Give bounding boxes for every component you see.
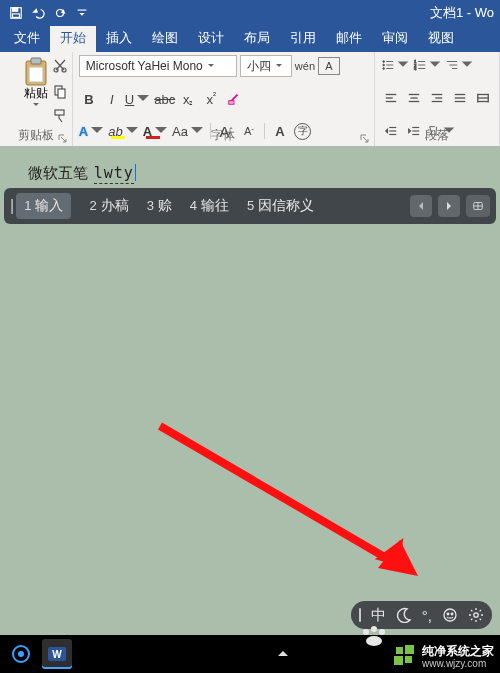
- clipboard-dialog-launcher[interactable]: [57, 132, 68, 143]
- ime-drag-handle[interactable]: [359, 608, 361, 622]
- paw-overlay-icon: [358, 625, 390, 650]
- svg-rect-70: [396, 647, 403, 654]
- ime-candidate-3[interactable]: 3赊: [147, 197, 172, 215]
- font-size-box[interactable]: 小四: [240, 55, 292, 77]
- format-painter-icon[interactable]: [52, 108, 68, 127]
- ime-moon-icon[interactable]: [396, 607, 412, 623]
- tab-design[interactable]: 设计: [188, 25, 234, 52]
- font-dialog-launcher[interactable]: [359, 132, 370, 143]
- svg-rect-2: [13, 14, 20, 18]
- distributed-button[interactable]: [473, 88, 493, 108]
- underline-button[interactable]: U: [125, 89, 151, 109]
- tab-file[interactable]: 文件: [4, 25, 50, 52]
- svg-marker-57: [378, 540, 418, 576]
- svg-rect-8: [58, 89, 65, 98]
- align-center-button[interactable]: [404, 88, 424, 108]
- svg-rect-4: [78, 10, 87, 11]
- copy-icon[interactable]: [52, 83, 68, 102]
- qat-save-icon[interactable]: [6, 3, 26, 23]
- align-right-button[interactable]: [427, 88, 447, 108]
- title-bar: 文档1 - Wo: [0, 0, 500, 26]
- svg-rect-1: [13, 8, 18, 12]
- group-clipboard: 粘贴 剪贴板: [0, 52, 73, 146]
- tab-mailings[interactable]: 邮件: [326, 25, 372, 52]
- phonetic-guide-button[interactable]: wén: [295, 56, 315, 76]
- ribbon-tabs: 文件 开始 插入 绘图 设计 布局 引用 邮件 审阅 视图: [0, 26, 500, 52]
- char-border-button[interactable]: A: [318, 57, 340, 75]
- ime-candidate-1[interactable]: 1输入: [16, 193, 71, 219]
- svg-rect-9: [55, 110, 64, 115]
- multilevel-button[interactable]: [445, 55, 474, 75]
- svg-rect-11: [31, 58, 41, 64]
- svg-point-58: [444, 609, 456, 621]
- bold-button[interactable]: B: [79, 89, 99, 109]
- watermark-logo-icon: [394, 645, 416, 667]
- tab-layout[interactable]: 布局: [234, 25, 280, 52]
- text-cursor: [135, 164, 136, 181]
- strike-button[interactable]: abc: [154, 89, 175, 109]
- bullets-button[interactable]: [381, 55, 410, 75]
- qat-redo-icon[interactable]: [50, 3, 70, 23]
- svg-point-68: [371, 626, 377, 632]
- paste-label: 粘贴: [24, 85, 48, 102]
- svg-text:3: 3: [414, 66, 417, 71]
- font-name-box[interactable]: Microsoft YaHei Mono: [79, 55, 237, 77]
- font-name-value: Microsoft YaHei Mono: [86, 59, 203, 73]
- ime-candidate-5[interactable]: 5因信称义: [247, 197, 314, 215]
- composing-text: lwty: [94, 164, 134, 184]
- svg-point-59: [447, 613, 449, 615]
- svg-text:W: W: [52, 649, 62, 660]
- watermark: 纯净系统之家 www.wjzy.com: [394, 643, 494, 669]
- svg-rect-12: [29, 67, 43, 82]
- document-canvas[interactable]: 微软五笔 lwty | 1输入 2办稿 3赊 4输往 5因信称义: [0, 146, 500, 635]
- ime-table-button[interactable]: [466, 195, 490, 217]
- tab-insert[interactable]: 插入: [96, 25, 142, 52]
- tab-draw[interactable]: 绘图: [142, 25, 188, 52]
- superscript-button[interactable]: x²: [201, 89, 221, 109]
- italic-button[interactable]: I: [102, 89, 122, 109]
- font-size-value: 小四: [247, 58, 271, 75]
- watermark-url: www.wjzy.com: [422, 658, 494, 669]
- subscript-button[interactable]: x₂: [178, 89, 198, 109]
- tab-home[interactable]: 开始: [50, 25, 96, 52]
- svg-point-16: [383, 64, 385, 66]
- tab-review[interactable]: 审阅: [372, 25, 418, 52]
- group-paragraph: 123 段落: [375, 52, 500, 146]
- ime-prev-page-button[interactable]: [410, 195, 432, 217]
- svg-rect-73: [405, 656, 412, 663]
- ribbon: 粘贴 剪贴板 Microsoft YaHei Mono 小四 wén A B I…: [0, 52, 500, 147]
- numbering-button[interactable]: 123: [413, 55, 442, 75]
- tab-view[interactable]: 视图: [418, 25, 464, 52]
- ime-emoji-icon[interactable]: [442, 607, 458, 623]
- annotation-arrow: [150, 416, 440, 596]
- document-title: 文档1 - Wo: [430, 0, 494, 26]
- svg-point-61: [474, 613, 478, 617]
- cut-icon[interactable]: [52, 58, 68, 77]
- svg-point-60: [451, 613, 453, 615]
- ime-punct-toggle[interactable]: °,: [422, 607, 432, 624]
- svg-point-18: [383, 68, 385, 70]
- qat-customize-icon[interactable]: [72, 3, 92, 23]
- svg-point-63: [18, 651, 24, 657]
- svg-rect-13: [229, 101, 234, 105]
- ime-lang-toggle[interactable]: 中: [371, 606, 386, 625]
- committed-text: 微软五笔: [28, 165, 88, 181]
- ime-settings-icon[interactable]: [468, 607, 484, 623]
- taskbar: W 纯净系统之家 www.wjzy.com: [0, 635, 500, 673]
- clear-format-button[interactable]: [224, 89, 244, 109]
- start-button[interactable]: [6, 639, 36, 669]
- tab-references[interactable]: 引用: [280, 25, 326, 52]
- group-font-label: 字体: [73, 127, 374, 144]
- taskbar-show-hidden-icon[interactable]: [268, 639, 298, 669]
- qat-undo-icon[interactable]: [28, 3, 48, 23]
- align-left-button[interactable]: [381, 88, 401, 108]
- taskbar-word-icon[interactable]: W: [42, 639, 72, 669]
- svg-point-69: [379, 629, 385, 635]
- ime-candidate-4[interactable]: 4输往: [190, 197, 229, 215]
- ime-candidate-2[interactable]: 2办稿: [89, 197, 128, 215]
- svg-rect-71: [405, 645, 414, 654]
- align-justify-button[interactable]: [450, 88, 470, 108]
- ime-next-page-button[interactable]: [438, 195, 460, 217]
- svg-point-14: [383, 61, 385, 63]
- group-paragraph-label: 段落: [375, 127, 499, 144]
